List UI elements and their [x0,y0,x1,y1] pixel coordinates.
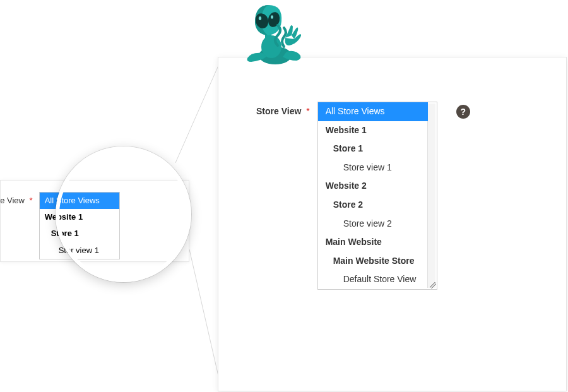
field-label-small: tore View * [0,192,33,205]
main-panel: Store View * All Store Views Website 1 S… [218,57,567,391]
required-asterisk: * [306,106,309,116]
alien-mascot-icon [232,0,308,69]
option-all-store-views[interactable]: All Store Views [318,102,428,121]
field-label: Store View * [256,102,310,116]
option-main-website[interactable]: Main Website [318,233,428,252]
option-all-store-views-small[interactable]: All Store Views [40,193,119,209]
option-website-2[interactable]: Website 2 [318,177,428,196]
option-default-store-view[interactable]: Default Store View [318,270,428,289]
resize-grip-icon[interactable] [430,282,436,288]
option-website-1[interactable]: Website 1 [318,121,428,140]
store-view-select[interactable]: All Store Views Website 1 Store 1 Store … [317,102,437,290]
option-store-1[interactable]: Store 1 [318,140,428,158]
option-store-2[interactable]: Store 2 [318,196,428,215]
option-main-website-store[interactable]: Main Website Store [318,252,428,271]
option-storeview-2[interactable]: Store view 2 [318,215,428,234]
svg-line-0 [175,60,221,163]
svg-point-8 [271,15,273,19]
svg-point-7 [259,16,261,20]
option-website-small[interactable]: Website 1 [40,209,119,225]
store-view-select-small[interactable]: All Store Views Website 1 Store 1 Stor v… [39,192,120,259]
option-storeview-small[interactable]: Stor view 1 [40,242,119,259]
option-store-small[interactable]: Store 1 [40,225,119,242]
svg-line-1 [189,249,221,387]
zoom-source-panel: tore View * All Store Views Website 1 St… [0,180,189,262]
option-storeview-1[interactable]: Store view 1 [318,158,428,177]
help-icon[interactable]: ? [456,105,470,119]
required-asterisk-small: * [30,196,33,205]
